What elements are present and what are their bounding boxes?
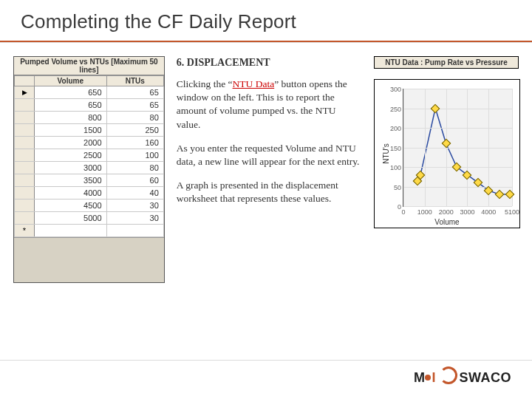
table-row[interactable]: 80080: [15, 112, 164, 124]
plot-area: [403, 89, 512, 207]
col-ntus: NTUs: [106, 76, 163, 86]
y-tick: 150: [389, 145, 401, 152]
footer-rule: [0, 360, 532, 361]
logo-dot-icon: [425, 375, 431, 381]
data-table[interactable]: Volume NTUs 6506565065800801500250200016…: [14, 75, 164, 237]
y-tick: 300: [389, 86, 401, 93]
table-row[interactable]: 350060: [15, 174, 164, 187]
row-header-col: [15, 76, 35, 86]
table-new-row[interactable]: [15, 225, 164, 237]
y-tick: 50: [389, 184, 401, 191]
section-heading: 6. DISPLACEMENT: [177, 56, 362, 70]
table-row[interactable]: 300080: [15, 162, 164, 174]
table-row[interactable]: 65065: [15, 86, 164, 99]
y-tick: 0: [389, 203, 401, 211]
table-row[interactable]: 1500250: [15, 124, 164, 137]
page-title: Completing the CF Daily Report: [0, 0, 532, 33]
table-row[interactable]: 500030: [15, 212, 164, 225]
table-row[interactable]: 400040: [15, 187, 164, 200]
y-tick: 100: [389, 164, 401, 171]
grid-title: Pumped Volume vs NTUs [Maximum 50 lines]: [14, 57, 164, 75]
paragraph-3: A graph is presented in the displacement…: [177, 179, 362, 205]
chart-title: NTU Data : Pump Rate vs Pressure: [374, 56, 519, 69]
logo-swirl-icon: [440, 366, 457, 384]
col-volume: Volume: [35, 76, 107, 86]
table-row[interactable]: 65065: [15, 99, 164, 112]
ntu-data-link[interactable]: NTU Data: [233, 78, 275, 89]
ntu-data-grid[interactable]: Pumped Volume vs NTUs [Maximum 50 lines]…: [13, 56, 165, 283]
table-row[interactable]: 2000160: [15, 137, 164, 149]
x-tick: 1000: [417, 208, 432, 216]
paragraph-1: Clicking the “NTU Data” button opens the…: [177, 78, 362, 132]
x-tick: 4000: [481, 208, 496, 216]
paragraph-2: As you enter the requested Volume and NT…: [177, 142, 362, 168]
body-text: 6. DISPLACEMENT Clicking the “NTU Data” …: [165, 56, 374, 283]
x-tick: 5100: [505, 208, 519, 216]
table-row[interactable]: 2500100: [15, 149, 164, 162]
y-tick: 200: [389, 125, 401, 132]
x-tick: 0: [401, 208, 405, 216]
ntu-chart: NTU's Volume 050100150200250300010002000…: [374, 79, 520, 228]
brand-logo: MI SWACO: [414, 366, 511, 386]
x-tick: 2000: [439, 208, 454, 216]
table-row[interactable]: 450030: [15, 200, 164, 212]
grid-empty-area: [14, 237, 164, 282]
y-tick: 250: [389, 106, 401, 113]
x-axis-label: Volume: [375, 218, 519, 226]
x-tick: 3000: [460, 208, 474, 216]
